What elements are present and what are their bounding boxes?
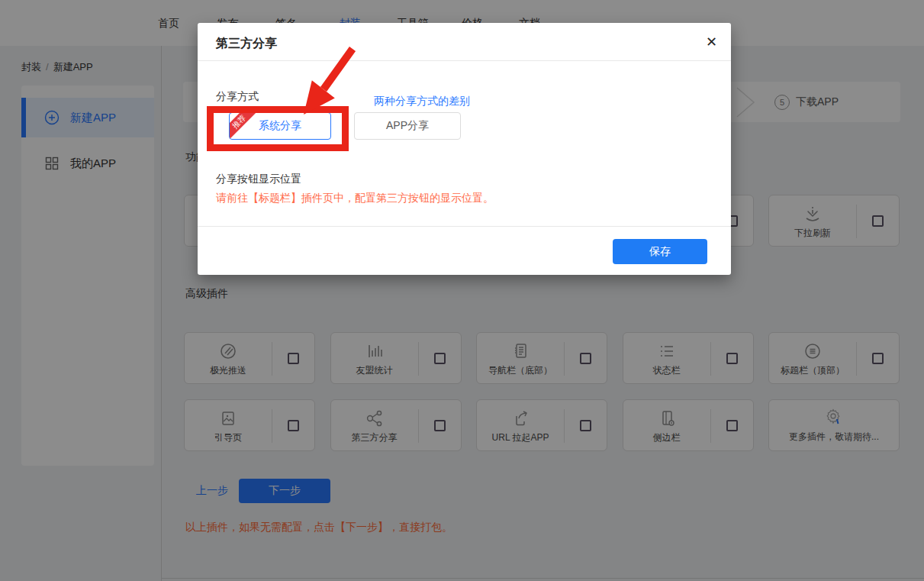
app-packaging-page: 首页 发布 签名 封装 工具箱 价格 文档 封装/新建APP 新建APP 我的A… (0, 0, 924, 581)
save-button[interactable]: 保存 (613, 239, 707, 264)
recommend-ribbon: 推荐 (229, 112, 259, 140)
share-method-label: 分享方式 (216, 90, 259, 104)
modal-title: 第三方分享 (216, 36, 277, 52)
share-position-label: 分享按钮显示位置 (216, 173, 301, 186)
system-share-label: 系统分享 (259, 119, 301, 133)
app-share-label: APP分享 (386, 119, 429, 133)
system-share-button[interactable]: 推荐 系统分享 (229, 112, 331, 140)
app-share-button[interactable]: APP分享 (354, 112, 461, 140)
modal-header-divider (198, 60, 731, 61)
close-icon[interactable]: ✕ (706, 34, 717, 50)
modal-footer-divider (198, 226, 731, 227)
share-position-note: 请前往【标题栏】插件页中，配置第三方按钮的显示位置。 (216, 192, 494, 205)
share-diff-link[interactable]: 两种分享方式的差别 (374, 95, 470, 108)
third-party-share-modal: 第三方分享 ✕ 分享方式 两种分享方式的差别 推荐 系统分享 APP分享 分享按… (198, 23, 731, 275)
